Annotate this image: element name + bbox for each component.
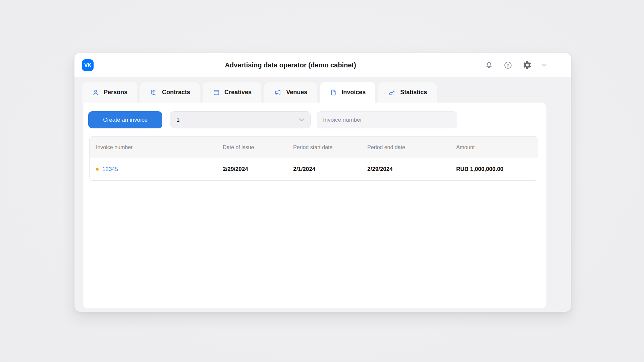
table-header-row: Invoice number Date of issue Period star… [90,137,538,158]
settings-gear-icon[interactable] [523,60,532,70]
megaphone-icon [274,88,282,96]
column-header-invoice-number: Invoice number [90,144,216,150]
contract-select[interactable]: 1 [170,111,311,128]
period-end-cell: 2/29/2024 [361,166,450,173]
page-title: Advertising data operator (demo cabinet) [225,61,356,69]
tab-label: Statistics [400,89,427,96]
vk-logo[interactable]: VK [82,59,94,71]
notifications-bell-icon[interactable] [485,61,493,69]
vk-logo-text: VK [84,62,91,68]
column-header-date-of-issue: Date of issue [216,144,287,150]
tab-label: Contracts [162,89,190,96]
toolbar: Create an invoice 1 [88,111,541,129]
tab-label: Persons [104,89,127,96]
header-actions: ? [485,53,547,77]
card-icon [213,89,220,96]
column-header-amount: Amount [450,144,538,150]
person-icon [92,89,99,96]
tab-label: Invoices [341,89,366,96]
chevron-down-icon [299,118,304,122]
column-header-period-end: Period end date [361,144,450,150]
tab-contracts[interactable]: Contracts [140,82,200,103]
svg-text:?: ? [507,63,509,68]
document-icon [330,89,337,96]
status-dot-icon [96,168,99,171]
tab-label: Venues [286,89,307,96]
tab-invoices[interactable]: Invoices [320,82,375,103]
tab-bar: Persons Contracts Creatives Venues [82,82,437,103]
tab-statistics[interactable]: Statistics [378,82,437,103]
date-of-issue-cell: 2/29/2024 [216,166,287,173]
invoice-number-input[interactable] [317,111,457,128]
tab-persons[interactable]: Persons [82,82,137,103]
settings-chevron-down-icon[interactable] [542,64,547,67]
tab-creatives[interactable]: Creatives [203,82,261,103]
invoice-number-link[interactable]: 12345 [102,166,118,173]
amount-cell: RUB 1,000,000.00 [450,166,538,173]
invoice-number-cell: 12345 [90,166,216,173]
period-start-cell: 2/1/2024 [287,166,361,173]
tab-label: Creatives [224,89,252,96]
column-header-period-start: Period start date [287,144,361,150]
create-invoice-button[interactable]: Create an invoice [88,111,162,128]
help-icon[interactable]: ? [503,61,513,70]
contract-select-value: 1 [176,117,179,123]
open-book-icon [150,88,158,96]
invoices-table: Invoice number Date of issue Period star… [89,136,538,181]
trend-up-icon [388,88,396,96]
tab-venues[interactable]: Venues [264,82,317,103]
content-panel: Create an invoice 1 Invoice number Date … [83,103,546,308]
app-window: VK Advertising data operator (demo cabin… [74,53,571,312]
app-header: VK Advertising data operator (demo cabin… [74,53,571,77]
table-row[interactable]: 12345 2/29/2024 2/1/2024 2/29/2024 RUB 1… [90,158,538,180]
